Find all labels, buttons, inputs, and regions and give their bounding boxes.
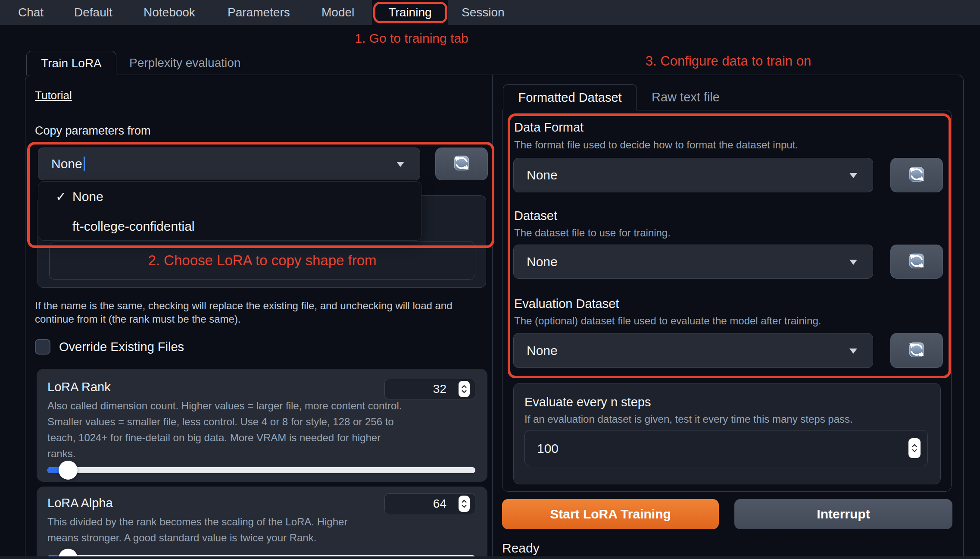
data-format-dropdown[interactable]: None <box>513 158 873 192</box>
lora-rank-slider[interactable] <box>47 467 475 473</box>
evaluation-dataset-value: None <box>527 333 558 367</box>
evaluation-dataset-description: The (optional) dataset file used to eval… <box>514 315 821 327</box>
chevron-down-icon <box>911 449 918 452</box>
lora-alpha-label: LoRA Alpha <box>47 496 113 510</box>
refresh-datasets-button[interactable] <box>890 245 943 279</box>
refresh-eval-datasets-button[interactable] <box>890 333 943 368</box>
lora-alpha-description: This divided by the rank becomes the sca… <box>47 514 375 546</box>
interrupt-button[interactable]: Interrupt <box>734 499 952 529</box>
refresh-icon <box>908 341 925 360</box>
copy-parameters-value: None <box>51 157 82 171</box>
evaluate-steps-number-input[interactable]: 100 <box>524 430 928 466</box>
refresh-icon <box>908 166 925 185</box>
evaluation-dataset-label: Evaluation Dataset <box>514 297 619 311</box>
lora-alpha-value: 64 <box>433 494 446 514</box>
data-format-value: None <box>527 158 558 192</box>
copy-parameters-label: Copy parameters from <box>35 124 151 138</box>
lora-rank-value: 32 <box>433 379 446 399</box>
status-text: Ready <box>502 541 540 556</box>
data-format-description: The format file used to decide how to fo… <box>514 139 798 151</box>
override-existing-files-checkbox[interactable] <box>35 339 50 355</box>
nav-tab-parameters[interactable]: Parameters <box>228 0 290 25</box>
nav-tab-session[interactable]: Session <box>462 0 505 25</box>
refresh-icon <box>453 154 470 173</box>
data-format-label: Data Format <box>514 120 584 135</box>
dataset-dropdown[interactable]: None <box>513 245 873 279</box>
refresh-formats-button[interactable] <box>890 158 943 192</box>
dropdown-option-ft-college-confidential[interactable]: ft-college-confidential <box>38 211 421 241</box>
tab-formatted-dataset[interactable]: Formatted Dataset <box>503 84 637 110</box>
nav-tab-notebook[interactable]: Notebook <box>144 0 195 25</box>
lora-rank-label: LoRA Rank <box>47 380 111 394</box>
override-existing-files-label: Override Existing Files <box>59 340 184 354</box>
evaluate-steps-label: Evaluate every n steps <box>524 395 651 409</box>
nav-tab-model[interactable]: Model <box>321 0 354 25</box>
lora-rank-card: LoRA Rank 32 Also called dimension count… <box>37 369 487 482</box>
annotation-step1: 1. Go to training tab <box>340 31 483 46</box>
nav-tab-training[interactable]: Training <box>372 0 448 25</box>
copy-parameters-dropdown[interactable]: None <box>38 148 420 180</box>
chevron-down-icon <box>849 260 857 265</box>
nav-tab-default[interactable]: Default <box>74 0 112 25</box>
annotation-step2: 2. Choose LoRA to copy shape from <box>148 252 376 268</box>
annotation-step3: 3. Configure data to train on <box>629 53 827 69</box>
chevron-up-icon <box>461 499 467 503</box>
chevron-down-icon <box>849 173 857 178</box>
number-stepper[interactable] <box>908 438 921 458</box>
tab-train-lora[interactable]: Train LoRA <box>26 51 116 75</box>
copy-parameters-options-list: ✓ None ft-college-confidential <box>38 181 421 241</box>
lora-rank-slider-handle[interactable] <box>59 461 78 480</box>
chevron-down-icon <box>849 349 857 354</box>
checkmark-icon: ✓ <box>56 182 66 211</box>
override-note: If the name is the same, checking will r… <box>35 299 485 326</box>
evaluate-steps-card: Evaluate every n steps If an evaluation … <box>513 383 941 484</box>
dataset-description: The dataset file to use for training. <box>514 227 671 239</box>
number-stepper[interactable] <box>459 496 470 512</box>
start-lora-training-button[interactable]: Start LoRA Training <box>502 499 719 529</box>
annotation-step2-box: 2. Choose LoRA to copy shape from <box>49 242 475 280</box>
chevron-down-icon <box>461 504 467 508</box>
nav-tab-chat[interactable]: Chat <box>18 0 44 25</box>
dataset-label: Dataset <box>514 209 557 223</box>
number-stepper[interactable] <box>459 381 470 397</box>
lora-rank-description: Also called dimension count. Higher valu… <box>47 398 407 462</box>
text-cursor <box>84 157 85 171</box>
dropdown-option-none[interactable]: ✓ None <box>38 182 421 211</box>
evaluation-dataset-dropdown[interactable]: None <box>513 333 873 368</box>
tutorial-link[interactable]: Tutorial <box>35 89 72 102</box>
refresh-loras-button[interactable] <box>435 148 488 180</box>
refresh-icon <box>908 252 925 271</box>
chevron-up-icon <box>911 444 918 448</box>
chevron-down-icon <box>461 389 467 393</box>
bottom-scrollbar-track[interactable] <box>0 556 980 559</box>
column-divider <box>492 75 493 559</box>
chevron-down-icon <box>396 162 404 167</box>
top-nav: Chat Default Notebook Parameters Model T… <box>0 0 980 25</box>
option-label: ft-college-confidential <box>72 211 195 241</box>
chevron-up-icon <box>461 385 467 389</box>
option-label: None <box>72 182 103 211</box>
evaluate-steps-value: 100 <box>537 430 559 467</box>
dataset-value: None <box>527 245 558 278</box>
tab-perplexity-evaluation[interactable]: Perplexity evaluation <box>129 51 240 75</box>
lora-alpha-number-input[interactable]: 64 <box>384 493 475 514</box>
lora-rank-number-input[interactable]: 32 <box>384 379 475 399</box>
tab-raw-text-file[interactable]: Raw text file <box>652 84 720 110</box>
lora-alpha-card: LoRA Alpha 64 This divided by the rank b… <box>37 487 487 559</box>
evaluate-steps-description: If an evaluation dataset is given, test … <box>524 413 853 425</box>
